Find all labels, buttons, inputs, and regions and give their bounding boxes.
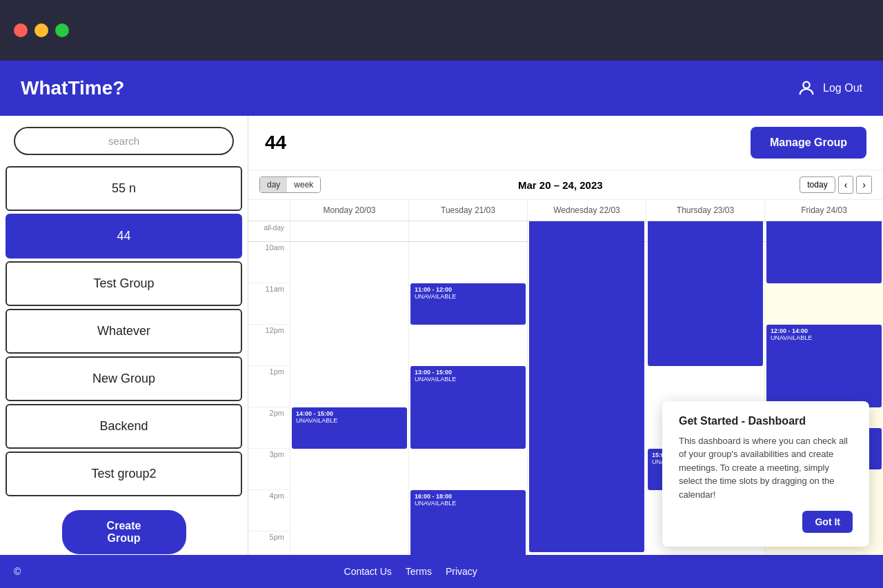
time-slot-1pm: 1pm	[248, 366, 290, 407]
event-block-3[interactable]: 14:00 - 15:00UNAVAILABLE	[292, 407, 407, 449]
footer-center: Contact Us Terms Privacy	[344, 566, 477, 577]
calendar-nav: Mar 20 – 24, 2023	[518, 179, 603, 191]
today-button[interactable]: today	[800, 176, 835, 193]
time-slot-11am: 11am	[248, 283, 290, 325]
toast-footer: Got It	[679, 511, 853, 533]
day-col-wed[interactable]: 09:00 - 17:30UNAVAILABLE	[527, 242, 646, 555]
next-button[interactable]: ›	[856, 176, 872, 194]
toast-body: This dashboard is where you can check al…	[679, 434, 853, 502]
view-toggle: day week	[259, 176, 321, 193]
day-view-button[interactable]: day	[260, 177, 287, 192]
toast-overlay: Get Started - Dashboard This dashboard i…	[662, 401, 869, 547]
day-col-tue[interactable]: 11:00 - 12:00UNAVAILABLE13:00 - 15:00UNA…	[408, 242, 527, 555]
footer-left: ©	[14, 566, 21, 577]
footer: © Contact Us Terms Privacy	[0, 555, 883, 588]
time-slot-3pm: 3pm	[248, 449, 290, 490]
time-header-cell	[248, 200, 290, 221]
event-block-8[interactable]: 12:00 - 14:00UNAVAILABLE	[766, 325, 882, 407]
content-header: 44 Manage Group	[248, 116, 883, 170]
toast-title: Get Started - Dashboard	[679, 415, 853, 427]
group-title: 44	[265, 132, 286, 154]
maximize-button[interactable]	[55, 23, 69, 37]
calendar-header-row: Monday 20/03 Tuesday 21/03 Wednesday 22/…	[248, 200, 883, 221]
day-col-mon[interactable]: 14:00 - 15:00UNAVAILABLE	[290, 242, 408, 555]
create-group-button[interactable]: Create Group	[62, 510, 186, 554]
terms-link[interactable]: Terms	[406, 566, 432, 577]
day-header-mon: Monday 20/03	[290, 200, 408, 221]
calendar-toolbar: day week Mar 20 – 24, 2023 today ‹ ›	[248, 170, 883, 200]
sidebar-group-item-3[interactable]: Whatever	[6, 309, 242, 354]
sidebar-group-item-2[interactable]: Test Group	[6, 261, 242, 306]
sidebar-group-item-6[interactable]: Test group2	[6, 452, 242, 496]
sidebar-group-item-1[interactable]: 44	[6, 214, 242, 258]
contact-link[interactable]: Contact Us	[344, 566, 392, 577]
event-block-1[interactable]: 13:00 - 15:00UNAVAILABLE	[410, 366, 526, 449]
day-header-tue: Tuesday 21/03	[408, 200, 527, 221]
group-list: 55 n44Test GroupWhateverNew GroupBackend…	[0, 166, 248, 499]
time-slot-4pm: 4pm	[248, 490, 290, 531]
all-day-tue	[408, 221, 527, 241]
all-day-mon	[290, 221, 408, 241]
search-input[interactable]	[14, 127, 234, 155]
minimize-button[interactable]	[34, 23, 48, 37]
day-header-thu: Thursday 23/03	[646, 200, 764, 221]
search-container	[0, 116, 248, 166]
got-it-button[interactable]: Got It	[802, 511, 853, 533]
logout-button[interactable]: Log Out	[797, 79, 862, 98]
time-slot-2pm: 2pm	[248, 407, 290, 449]
calendar-date-range: Mar 20 – 24, 2023	[518, 179, 603, 191]
user-icon	[797, 79, 816, 98]
event-block-0[interactable]: 11:00 - 12:00UNAVAILABLE	[410, 283, 526, 325]
time-slot-10am: 10am	[248, 242, 290, 283]
sidebar: 55 n44Test GroupWhateverNew GroupBackend…	[0, 116, 248, 555]
app-logo: WhatTime?	[21, 77, 124, 99]
create-group-container: Create Group	[0, 499, 248, 555]
privacy-link[interactable]: Privacy	[446, 566, 477, 577]
event-block-2[interactable]: 16:00 - 18:00UNAVAILABLE	[410, 490, 526, 555]
sidebar-group-item-5[interactable]: Backend	[6, 404, 242, 449]
all-day-label: all-day	[248, 221, 290, 241]
prev-button[interactable]: ‹	[838, 176, 854, 194]
nav-controls: today ‹ ›	[800, 176, 872, 194]
logout-label: Log Out	[823, 82, 862, 94]
time-column: 10am11am12pm1pm2pm3pm4pm5pm	[248, 242, 290, 555]
svg-point-0	[803, 82, 809, 88]
time-slot-12pm: 12pm	[248, 325, 290, 366]
title-bar	[0, 0, 883, 61]
manage-group-button[interactable]: Manage Group	[751, 127, 866, 159]
header: WhatTime? Log Out	[0, 61, 883, 116]
day-header-wed: Wednesday 22/03	[527, 200, 646, 221]
sidebar-group-item-0[interactable]: 55 n	[6, 166, 242, 211]
copyright-icon: ©	[14, 566, 21, 577]
event-block-4[interactable]: 09:00 - 17:30UNAVAILABLE	[529, 201, 644, 552]
close-button[interactable]	[14, 23, 28, 37]
day-header-fri: Friday 24/03	[764, 200, 883, 221]
sidebar-group-item-4[interactable]: New Group	[6, 356, 242, 401]
week-view-button[interactable]: week	[287, 177, 320, 192]
time-slot-5pm: 5pm	[248, 531, 290, 555]
event-block-5[interactable]: 09:00 - 13:00UNAVAILABLE	[648, 201, 763, 366]
